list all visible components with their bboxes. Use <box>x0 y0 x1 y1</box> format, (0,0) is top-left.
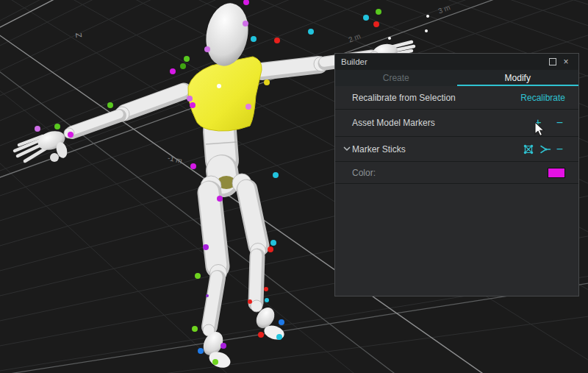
builder-panel: Builder × Create Modify Recalibrate from… <box>334 53 579 296</box>
stick-color-row: Color: <box>335 162 578 184</box>
mocap-marker[interactable] <box>265 298 269 302</box>
mocap-marker[interactable] <box>198 348 204 354</box>
tab-bar: Create Modify <box>335 70 578 86</box>
tab-modify[interactable]: Modify <box>457 70 579 86</box>
mocap-marker[interactable] <box>388 37 391 40</box>
panel-title: Builder <box>341 57 546 66</box>
mocap-marker[interactable] <box>276 334 282 340</box>
mocap-marker[interactable] <box>243 21 248 26</box>
panel-empty-area <box>335 184 578 296</box>
asset-model-markers-row: Asset Model Markers + − <box>335 110 578 137</box>
mocap-marker[interactable] <box>273 172 279 178</box>
mocap-marker[interactable] <box>192 326 198 332</box>
builder-panel-titlebar[interactable]: Builder × <box>335 54 578 70</box>
mocap-marker[interactable] <box>270 240 276 246</box>
mocap-marker[interactable] <box>308 29 314 35</box>
recalibrate-row-label: Recalibrate from Selection <box>352 93 456 103</box>
mocap-marker[interactable] <box>258 332 264 338</box>
add-marker-button[interactable]: + <box>532 118 543 128</box>
mocap-marker[interactable] <box>184 56 190 62</box>
tab-create[interactable]: Create <box>335 70 457 86</box>
recalibrate-button[interactable]: Recalibrate <box>520 93 565 103</box>
mocap-marker[interactable] <box>279 319 284 325</box>
mocap-marker[interactable] <box>35 126 40 132</box>
maximize-icon <box>549 58 556 65</box>
marker-stick-tool-icon[interactable] <box>537 144 554 154</box>
application-window: Z -1 m 2 m 3 m Builder × Create Modify R… <box>0 0 588 373</box>
mocap-marker[interactable] <box>243 0 249 5</box>
mocap-marker[interactable] <box>170 68 176 74</box>
mocap-marker[interactable] <box>268 246 273 252</box>
mocap-marker[interactable] <box>195 273 201 279</box>
remove-marker-button[interactable]: − <box>554 118 565 128</box>
mocap-marker[interactable] <box>274 38 280 43</box>
stick-color-swatch[interactable] <box>548 168 565 178</box>
mocap-marker[interactable] <box>251 36 257 42</box>
mocap-marker[interactable] <box>248 299 252 304</box>
asset-model-markers-label: Asset Model Markers <box>352 118 435 128</box>
marker-sticks-row: Marker Sticks <box>335 137 578 162</box>
recalibrate-row: Recalibrate from Selection Recalibrate <box>335 86 578 110</box>
mocap-marker[interactable] <box>190 102 196 108</box>
mocap-marker[interactable] <box>376 9 381 15</box>
active-tab-underline <box>457 85 579 86</box>
mocap-marker[interactable] <box>220 343 226 349</box>
mocap-marker[interactable] <box>107 102 113 108</box>
mocap-marker[interactable] <box>217 84 221 88</box>
mocap-marker[interactable] <box>217 196 223 202</box>
mocap-marker[interactable] <box>180 63 186 69</box>
close-icon: × <box>563 58 568 65</box>
mocap-marker[interactable] <box>190 163 196 169</box>
mocap-marker[interactable] <box>426 15 429 18</box>
color-label: Color: <box>352 168 376 178</box>
mocap-marker[interactable] <box>264 287 268 291</box>
mocap-marker[interactable] <box>212 359 218 365</box>
mocap-marker[interactable] <box>373 21 379 27</box>
mocap-marker[interactable] <box>264 79 270 85</box>
marker-sticks-label: Marker Sticks <box>352 144 406 154</box>
mocap-marker[interactable] <box>425 29 428 32</box>
mocap-marker[interactable] <box>68 132 74 138</box>
collapse-chevron-icon[interactable] <box>341 146 352 152</box>
mocap-marker[interactable] <box>245 104 251 110</box>
close-button[interactable]: × <box>559 56 573 68</box>
mocap-marker[interactable] <box>54 124 60 129</box>
mocap-marker[interactable] <box>203 244 209 250</box>
remove-stick-button[interactable]: − <box>554 144 565 154</box>
maximize-button[interactable] <box>546 56 559 68</box>
mocap-marker[interactable] <box>206 294 209 297</box>
mocap-marker[interactable] <box>363 15 369 21</box>
mocap-marker[interactable] <box>187 96 193 102</box>
mocap-marker[interactable] <box>204 46 210 52</box>
rigid-body-sticks-icon[interactable] <box>520 144 537 154</box>
